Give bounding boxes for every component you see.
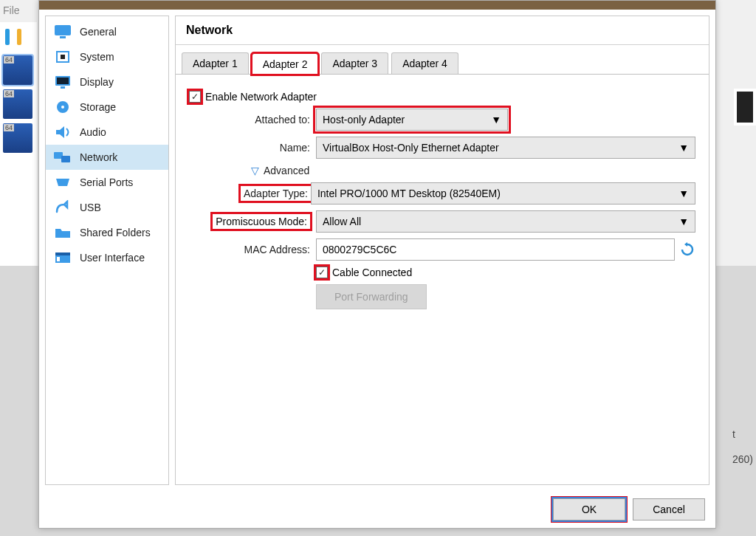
attached-to-value: Host-only Adapter xyxy=(323,114,405,126)
sidebar-item-label: Audio xyxy=(80,126,106,138)
svg-rect-5 xyxy=(61,55,65,59)
chevron-down-icon: ▼ xyxy=(678,216,689,227)
speaker-icon xyxy=(53,124,72,140)
tab-adapter-1[interactable]: Adapter 1 xyxy=(182,52,249,74)
tab-adapter-2[interactable]: Adapter 2 xyxy=(252,53,319,75)
vm-thumbnail[interactable]: 64 xyxy=(3,89,32,119)
vm-thumbnail[interactable]: 64 xyxy=(3,55,32,85)
ui-icon xyxy=(53,250,72,266)
monitor-icon xyxy=(53,24,72,40)
svg-rect-12 xyxy=(61,156,70,162)
tab-adapter-4[interactable]: Adapter 4 xyxy=(391,52,458,74)
adapter-panel: ✓ Enable Network Adapter Attached to: Ho… xyxy=(176,75,709,484)
svg-rect-2 xyxy=(55,25,71,35)
svg-point-10 xyxy=(61,106,64,109)
triangle-down-icon: ▽ xyxy=(251,165,259,176)
sidebar-item-network[interactable]: Network xyxy=(46,145,168,170)
adapter-type-value: Intel PRO/1000 MT Desktop (82540EM) xyxy=(317,188,501,199)
folder-icon xyxy=(53,224,72,241)
svg-rect-7 xyxy=(57,78,69,84)
settings-dialog: General System Display Storage Audio Net… xyxy=(38,0,716,529)
sidebar-item-system[interactable]: System xyxy=(46,44,168,69)
port-forwarding-button: Port Forwarding xyxy=(316,284,427,309)
sidebar-item-audio[interactable]: Audio xyxy=(46,120,168,145)
sidebar-item-label: Display xyxy=(80,76,114,88)
attached-to-label: Attached to: xyxy=(189,114,316,126)
sidebar-item-label: System xyxy=(80,51,114,63)
sidebar-item-usb[interactable]: USB xyxy=(46,195,168,220)
sidebar-item-shared-folders[interactable]: Shared Folders xyxy=(46,220,168,245)
sidebar-item-label: General xyxy=(80,26,117,38)
sidebar-item-user-interface[interactable]: User Interface xyxy=(46,245,168,270)
svg-rect-8 xyxy=(61,86,65,89)
mac-address-label: MAC Address: xyxy=(189,244,316,255)
sidebar-item-label: Shared Folders xyxy=(80,227,151,238)
refresh-icon xyxy=(680,242,695,257)
chip-icon xyxy=(53,49,72,65)
tool-icon xyxy=(3,27,12,51)
cancel-button[interactable]: Cancel xyxy=(633,498,705,520)
svg-rect-0 xyxy=(5,29,10,45)
cropped-text: t 260) xyxy=(732,428,753,465)
adapter-name-select[interactable]: VirtualBox Host-Only Ethernet Adapter ▼ xyxy=(316,137,695,159)
ok-button[interactable]: OK xyxy=(553,498,625,520)
dialog-footer: OK Cancel xyxy=(39,491,715,528)
preview-edge xyxy=(734,89,756,126)
adapter-name-value: VirtualBox Host-Only Ethernet Adapter xyxy=(323,142,499,154)
sidebar-item-label: Serial Ports xyxy=(80,176,133,188)
svg-rect-1 xyxy=(17,29,21,45)
promiscuous-mode-value: Allow All xyxy=(323,216,361,227)
disk-icon xyxy=(53,99,72,115)
advanced-label: Advanced xyxy=(264,165,309,176)
advanced-disclosure[interactable]: ▽ Advanced xyxy=(251,165,695,176)
cable-connected-checkbox[interactable]: ✓ Cable Connected xyxy=(316,267,412,278)
attached-to-select[interactable]: Host-only Adapter ▼ xyxy=(316,109,508,131)
vm-thumbnail[interactable]: 64 xyxy=(3,123,32,153)
tab-adapter-3[interactable]: Adapter 3 xyxy=(321,52,388,74)
cable-connected-label: Cable Connected xyxy=(332,267,412,278)
sidebar-item-label: USB xyxy=(80,202,101,213)
usb-icon xyxy=(53,199,72,216)
page-title: Network xyxy=(176,16,709,45)
enable-adapter-checkbox[interactable]: ✓ Enable Network Adapter xyxy=(189,91,317,103)
adapter-tabs: Adapter 1 Adapter 2 Adapter 3 Adapter 4 xyxy=(176,45,709,75)
mac-address-input[interactable] xyxy=(316,238,675,261)
sidebar-item-label: User Interface xyxy=(80,252,145,264)
svg-rect-14 xyxy=(55,252,70,255)
adapter-type-select[interactable]: Intel PRO/1000 MT Desktop (82540EM) ▼ xyxy=(311,182,695,205)
sidebar-item-serial-ports[interactable]: Serial Ports xyxy=(46,170,168,195)
menu-file[interactable]: File xyxy=(3,4,20,16)
dialog-titlebar[interactable] xyxy=(39,1,715,10)
chevron-down-icon: ▼ xyxy=(678,188,689,199)
sidebar-item-storage[interactable]: Storage xyxy=(46,95,168,120)
promiscuous-mode-select[interactable]: Allow All ▼ xyxy=(316,210,695,233)
adapter-type-label: Adapter Type: xyxy=(241,186,311,201)
sidebar-item-display[interactable]: Display xyxy=(46,69,168,95)
sidebar-item-general[interactable]: General xyxy=(46,19,168,44)
serial-icon xyxy=(53,174,72,190)
checkbox-icon: ✓ xyxy=(189,91,201,103)
sidebar-item-label: Storage xyxy=(80,101,116,113)
settings-main: Network Adapter 1 Adapter 2 Adapter 3 Ad… xyxy=(175,16,709,485)
chevron-down-icon: ▼ xyxy=(491,114,501,126)
network-icon xyxy=(53,149,72,165)
promiscuous-mode-label: Promiscuous Mode: xyxy=(213,214,310,229)
chevron-down-icon: ▼ xyxy=(678,142,689,154)
svg-rect-3 xyxy=(60,36,66,38)
refresh-mac-button[interactable] xyxy=(679,241,695,258)
svg-rect-15 xyxy=(57,257,60,261)
checkbox-icon: ✓ xyxy=(316,267,328,278)
mac-address-field[interactable] xyxy=(323,244,668,255)
tool-icon xyxy=(15,27,24,51)
category-sidebar: General System Display Storage Audio Net… xyxy=(45,16,169,485)
name-label: Name: xyxy=(189,142,316,154)
enable-adapter-label: Enable Network Adapter xyxy=(205,91,317,103)
sidebar-item-label: Network xyxy=(80,151,117,163)
display-icon xyxy=(53,74,72,90)
